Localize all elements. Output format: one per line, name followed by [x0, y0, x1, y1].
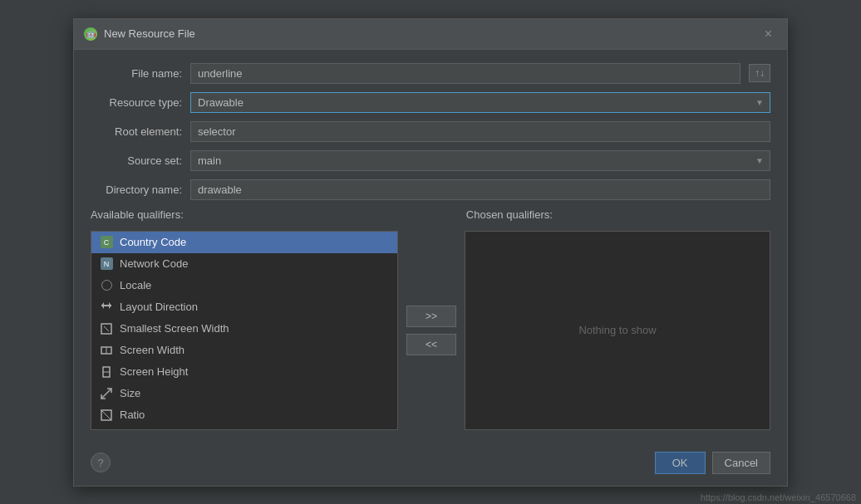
list-item[interactable]: C Country Code [91, 232, 397, 253]
cancel-button[interactable]: Cancel [712, 452, 770, 474]
country-code-icon: C [100, 236, 113, 249]
file-name-row: File name: ↑↓ [91, 63, 770, 84]
help-button[interactable]: ? [91, 453, 111, 472]
available-qualifiers-list: C Country Code N Network Code [91, 231, 398, 430]
qualifier-screen-height-label: Screen Height [120, 365, 188, 378]
locale-icon [100, 279, 113, 292]
url-hint: https://blog.csdn.net/weixin_46570668 [696, 491, 861, 504]
directory-name-input[interactable] [190, 179, 770, 200]
list-item[interactable]: Screen Width [91, 340, 397, 361]
dialog-title: New Resource File [104, 27, 195, 40]
new-resource-file-dialog: 🤖 New Resource File × File name: ↑↓ Reso… [73, 18, 788, 487]
source-set-row: Source set: main debug release ▼ [91, 150, 770, 171]
svg-line-9 [101, 389, 111, 399]
arrows-panel: >> << [398, 231, 465, 430]
list-item[interactable]: Size [91, 383, 397, 404]
list-item[interactable]: Locale [91, 275, 397, 296]
nothing-to-show-text: Nothing to show [578, 324, 656, 336]
directory-name-label: Directory name: [91, 183, 182, 196]
ratio-icon [100, 409, 113, 422]
root-element-row: Root element: [91, 121, 770, 142]
qualifier-layout-direction-label: Layout Direction [120, 301, 198, 313]
svg-line-11 [101, 410, 111, 420]
qualifier-locale-label: Locale [120, 279, 151, 291]
screen-width-icon [100, 344, 113, 357]
list-item[interactable]: Orientation [91, 426, 397, 430]
qualifier-screen-width-label: Screen Width [120, 344, 184, 356]
dialog-footer: ? OK Cancel [74, 443, 787, 486]
network-code-icon: N [100, 257, 113, 271]
resource-type-select[interactable]: Drawable Layout Values Menu [190, 92, 770, 113]
resource-type-label: Resource type: [91, 96, 182, 109]
resource-type-row: Resource type: Drawable Layout Values Me… [91, 92, 770, 113]
source-set-select[interactable]: main debug release [190, 150, 770, 171]
screen-height-icon [100, 365, 113, 379]
svg-marker-2 [101, 302, 104, 309]
svg-line-4 [104, 326, 109, 331]
ok-button[interactable]: OK [655, 452, 706, 474]
root-element-input[interactable] [190, 121, 770, 142]
list-item[interactable]: Screen Height [91, 361, 397, 383]
layout-direction-icon [100, 301, 113, 314]
title-bar-left: 🤖 New Resource File [84, 27, 195, 41]
qualifier-country-code-label: Country Code [120, 236, 186, 248]
svg-marker-1 [109, 302, 111, 309]
dialog-body: File name: ↑↓ Resource type: Drawable La… [74, 50, 787, 443]
file-name-input[interactable] [190, 63, 740, 84]
source-set-wrapper: main debug release ▼ [190, 150, 770, 171]
list-item[interactable]: Ratio [91, 404, 397, 426]
title-bar: 🤖 New Resource File × [74, 19, 787, 50]
directory-name-row: Directory name: [91, 179, 770, 200]
qualifiers-panels: C Country Code N Network Code [91, 231, 770, 430]
chosen-qualifiers-label: Chosen qualifiers: [466, 208, 553, 221]
qualifier-ratio-label: Ratio [120, 409, 145, 421]
source-set-label: Source set: [91, 154, 182, 167]
close-button[interactable]: × [760, 26, 777, 42]
chosen-qualifiers-panel: Nothing to show [465, 231, 770, 430]
file-name-label: File name: [91, 67, 182, 80]
list-item[interactable]: Layout Direction [91, 296, 397, 318]
available-qualifiers-label: Available qualifiers: [91, 208, 184, 221]
resource-type-wrapper: Drawable Layout Values Menu ▼ [190, 92, 770, 113]
size-icon [100, 387, 113, 400]
add-qualifier-button[interactable]: >> [406, 306, 456, 327]
list-item[interactable]: N Network Code [91, 253, 397, 275]
qualifier-smallest-screen-width-label: Smallest Screen Width [120, 322, 229, 335]
list-item[interactable]: Smallest Screen Width [91, 318, 397, 340]
qualifier-size-label: Size [120, 387, 140, 399]
remove-qualifier-button[interactable]: << [406, 334, 456, 355]
sort-button[interactable]: ↑↓ [749, 64, 770, 82]
app-icon: 🤖 [84, 27, 97, 41]
qualifiers-section: Available qualifiers: Chosen qualifiers:… [91, 208, 770, 430]
footer-buttons: OK Cancel [655, 452, 770, 474]
root-element-label: Root element: [91, 125, 182, 138]
qualifier-network-code-label: Network Code [120, 257, 188, 270]
smallest-screen-width-icon [100, 322, 113, 335]
